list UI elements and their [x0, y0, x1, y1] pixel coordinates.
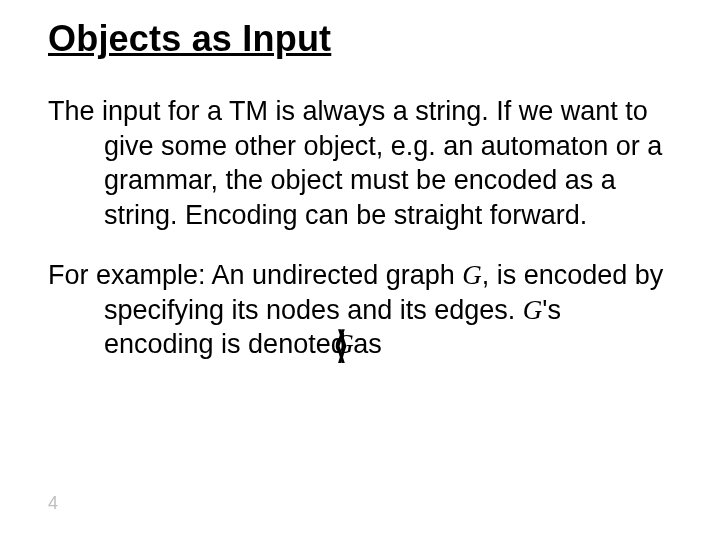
graph-symbol-1: G — [462, 260, 482, 290]
encoding-notation: ⟨G⟩ — [389, 327, 391, 362]
paragraph-2: For example: An undirected graph G, is e… — [48, 258, 672, 362]
p2-lead: For example: An undirected graph — [48, 260, 462, 290]
graph-symbol-2: G — [523, 295, 543, 325]
page-number: 4 — [48, 493, 58, 514]
slide: Objects as Input The input for a TM is a… — [0, 0, 720, 540]
paragraph-1: The input for a TM is always a string. I… — [48, 94, 672, 232]
slide-title: Objects as Input — [48, 18, 672, 60]
